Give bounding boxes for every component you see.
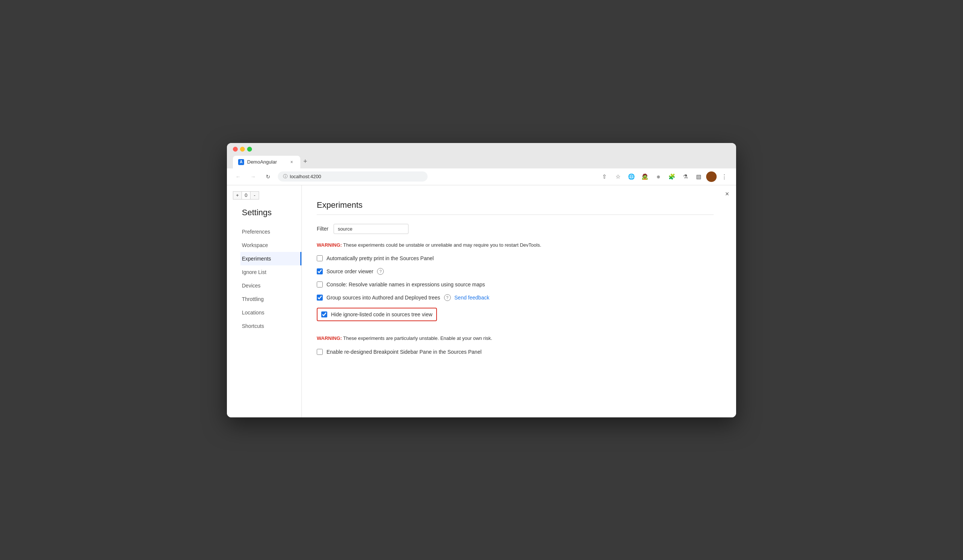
counter-minus[interactable]: - (250, 191, 259, 199)
panel-close-button[interactable]: × (723, 190, 731, 199)
traffic-lights (233, 147, 252, 152)
sidebar-item-locations[interactable]: Locations (242, 306, 302, 319)
sidebar-nav: Preferences Workspace Experiments Ignore… (242, 225, 302, 333)
settings-sidebar: Settings Preferences Workspace Experimen… (227, 185, 302, 418)
settings-main: Experiments Filter WARNING: These experi… (302, 185, 736, 418)
filter-input[interactable] (334, 224, 409, 234)
label-redesigned-breakpoint: Enable re-designed Breakpoint Sidebar Pa… (326, 349, 481, 355)
settings-title: Settings (242, 208, 302, 217)
minimize-traffic-light[interactable] (240, 147, 245, 152)
devtools-counter: + 0 - (233, 191, 259, 199)
checkbox-redesigned-breakpoint[interactable] (317, 349, 323, 355)
bookmark-button[interactable]: ☆ (612, 171, 624, 183)
experiment-hide-ignore-listed: Hide ignore-listed code in sources tree … (317, 308, 437, 321)
avatar[interactable] (706, 172, 717, 182)
puzzle-button[interactable]: 🧩 (666, 171, 678, 183)
sidebar-item-workspace[interactable]: Workspace (242, 238, 302, 252)
experiment-group-sources: Group sources into Authored and Deployed… (317, 294, 713, 301)
title-bar-top (233, 147, 730, 152)
url-text: localhost:4200 (290, 174, 321, 179)
sidebar-button[interactable]: ▧ (693, 171, 705, 183)
address-bar: ← → ↻ ⓘ localhost:4200 ⇧ ☆ 🌐 🧟 ⎈ 🧩 ⚗ ▧ ⋮ (227, 168, 736, 185)
extensions-button[interactable]: 🧟 (639, 171, 651, 183)
warning-2-label: WARNING: (317, 335, 342, 341)
earth-button[interactable]: 🌐 (625, 171, 637, 183)
experiments-title: Experiments (317, 200, 713, 210)
warning-1-text: These experiments could be unstable or u… (342, 242, 541, 248)
page-content: + 0 - × Settings Preferences Workspace E… (227, 185, 736, 418)
checkbox-group-sources[interactable] (317, 295, 323, 301)
sidebar-item-devices[interactable]: Devices (242, 279, 302, 292)
checkbox-resolve-variable-names[interactable] (317, 282, 323, 288)
experiment-hide-ignore-listed-wrapper: Hide ignore-listed code in sources tree … (317, 308, 713, 328)
forward-button[interactable]: → (248, 172, 258, 182)
toolbar-right: ⇧ ☆ 🌐 🧟 ⎈ 🧩 ⚗ ▧ ⋮ (598, 171, 730, 183)
back-button[interactable]: ← (233, 172, 243, 182)
url-bar[interactable]: ⓘ localhost:4200 (278, 172, 428, 181)
sidebar-item-shortcuts[interactable]: Shortcuts (242, 319, 302, 333)
secure-icon: ⓘ (283, 173, 287, 180)
experiment-redesigned-breakpoint: Enable re-designed Breakpoint Sidebar Pa… (317, 349, 713, 355)
experiment-source-order-viewer: Source order viewer ? (317, 268, 713, 275)
checkbox-auto-pretty-print[interactable] (317, 255, 323, 261)
warning-2: WARNING: These experiments are particula… (317, 335, 713, 342)
tab-favicon: A (238, 159, 244, 165)
help-icon-source-order[interactable]: ? (377, 268, 384, 275)
counter-plus[interactable]: + (233, 191, 242, 199)
reload-button[interactable]: ↻ (263, 172, 273, 182)
checkbox-source-order-viewer[interactable] (317, 269, 323, 274)
experiment-auto-pretty-print: Automatically pretty print in the Source… (317, 255, 713, 261)
warning-1: WARNING: These experiments could be unst… (317, 241, 713, 249)
label-source-order-viewer: Source order viewer (326, 269, 373, 274)
tab-close-button[interactable]: × (288, 159, 295, 165)
sidebar-item-throttling[interactable]: Throttling (242, 292, 302, 306)
menu-button[interactable]: ⋮ (718, 171, 730, 183)
title-bar: A DemoAngular × + (227, 143, 736, 168)
label-group-sources: Group sources into Authored and Deployed… (326, 295, 440, 301)
active-tab[interactable]: A DemoAngular × (233, 156, 300, 168)
filter-row: Filter (317, 224, 713, 234)
maximize-traffic-light[interactable] (247, 147, 252, 152)
experiment-resolve-variable-names: Console: Resolve variable names in expre… (317, 282, 713, 288)
warning-1-label: WARNING: (317, 242, 342, 248)
tab-title: DemoAngular (247, 159, 277, 165)
browser-window: A DemoAngular × + ← → ↻ ⓘ localhost:4200… (227, 143, 736, 418)
filter-label: Filter (317, 226, 328, 232)
counter-value: 0 (242, 191, 250, 199)
label-hide-ignore-listed: Hide ignore-listed code in sources tree … (331, 311, 433, 317)
help-icon-group-sources[interactable]: ? (444, 294, 451, 301)
share-button[interactable]: ⇧ (598, 171, 610, 183)
flask-button[interactable]: ⚗ (679, 171, 691, 183)
label-resolve-variable-names: Console: Resolve variable names in expre… (326, 282, 485, 288)
label-auto-pretty-print: Automatically pretty print in the Source… (326, 255, 434, 261)
sidebar-item-preferences[interactable]: Preferences (242, 225, 302, 238)
warning-2-text: These experiments are particularly unsta… (342, 335, 492, 341)
sidebar-item-ignore-list[interactable]: Ignore List (242, 265, 302, 279)
tabs-row: A DemoAngular × + (233, 155, 730, 168)
close-traffic-light[interactable] (233, 147, 238, 152)
checkbox-hide-ignore-listed[interactable] (321, 311, 327, 317)
new-tab-button[interactable]: + (300, 155, 310, 168)
send-feedback-link[interactable]: Send feedback (454, 295, 490, 301)
sidebar-item-experiments[interactable]: Experiments (240, 252, 302, 265)
devtools-ext-button[interactable]: ⎈ (652, 171, 664, 183)
